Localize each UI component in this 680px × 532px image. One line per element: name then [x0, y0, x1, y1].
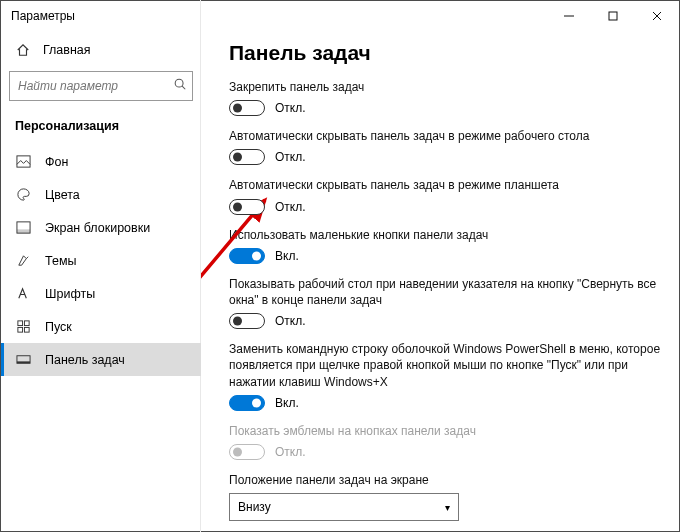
page-title: Панель задач — [229, 41, 661, 65]
close-button[interactable] — [635, 1, 679, 31]
theme-icon — [15, 253, 31, 268]
sidebar-item-label: Экран блокировки — [45, 221, 150, 235]
setting-label: Закрепить панель задач — [229, 79, 661, 95]
toggle-powershell[interactable] — [229, 395, 265, 411]
window-title: Параметры — [11, 9, 75, 23]
nav-header: Персонализация — [1, 111, 201, 145]
svg-rect-5 — [17, 321, 22, 326]
titlebar: Параметры — [1, 1, 679, 31]
picture-icon — [15, 154, 31, 169]
sidebar-item-lockscreen[interactable]: Экран блокировки — [1, 211, 201, 244]
setting-label: Показывать рабочий стол при наведении ук… — [229, 276, 661, 308]
svg-rect-10 — [16, 361, 29, 363]
setting-label: Положение панели задач на экране — [229, 472, 661, 488]
svg-rect-0 — [609, 12, 617, 20]
toggle-state: Откл. — [275, 150, 306, 164]
close-icon — [652, 11, 662, 21]
svg-point-1 — [175, 79, 183, 87]
sidebar-item-background[interactable]: Фон — [1, 145, 201, 178]
sidebar-item-fonts[interactable]: Шрифты — [1, 277, 201, 310]
select-value: Внизу — [238, 500, 271, 514]
setting-lock: Закрепить панель задач Откл. — [229, 79, 661, 116]
setting-location: Положение панели задач на экране Внизу ▾ — [229, 472, 661, 521]
setting-label: Показать эмблемы на кнопках панели задач — [229, 423, 661, 439]
lockscreen-icon — [15, 220, 31, 235]
taskbar-icon — [15, 352, 31, 367]
toggle-state: Вкл. — [275, 249, 299, 263]
home-label: Главная — [43, 43, 91, 57]
maximize-button[interactable] — [591, 1, 635, 31]
sidebar-item-label: Пуск — [45, 320, 72, 334]
svg-rect-6 — [24, 321, 29, 326]
toggle-peek[interactable] — [229, 313, 265, 329]
sidebar-item-label: Цвета — [45, 188, 80, 202]
search-input[interactable] — [9, 71, 193, 101]
toggle-state: Откл. — [275, 200, 306, 214]
svg-rect-7 — [17, 327, 22, 332]
toggle-state: Откл. — [275, 445, 306, 459]
svg-rect-2 — [16, 156, 29, 167]
sidebar-item-start[interactable]: Пуск — [1, 310, 201, 343]
setting-label: Автоматически скрывать панель задач в ре… — [229, 177, 661, 193]
select-location[interactable]: Внизу ▾ — [229, 493, 459, 521]
minimize-button[interactable] — [547, 1, 591, 31]
font-icon — [15, 286, 31, 301]
content-area: Панель задач Закрепить панель задач Откл… — [201, 31, 679, 531]
sidebar-item-label: Шрифты — [45, 287, 95, 301]
window-controls — [547, 1, 679, 31]
toggle-state: Откл. — [275, 314, 306, 328]
setting-label: Заменить командную строку оболочкой Wind… — [229, 341, 661, 390]
search-wrap — [9, 71, 193, 101]
setting-hide-tablet: Автоматически скрывать панель задач в ре… — [229, 177, 661, 214]
home-icon — [15, 43, 31, 57]
settings-window: Параметры Главная — [0, 0, 680, 532]
chevron-down-icon: ▾ — [445, 502, 450, 513]
sidebar-item-label: Темы — [45, 254, 76, 268]
toggle-hide-desktop[interactable] — [229, 149, 265, 165]
setting-small-buttons: Использовать маленькие кнопки панели зад… — [229, 227, 661, 264]
start-icon — [15, 319, 31, 334]
home-link[interactable]: Главная — [1, 35, 201, 65]
sidebar-item-taskbar[interactable]: Панель задач — [1, 343, 201, 376]
svg-rect-4 — [16, 229, 29, 233]
maximize-icon — [608, 11, 618, 21]
search-icon — [173, 77, 187, 95]
toggle-badges — [229, 444, 265, 460]
setting-peek: Показывать рабочий стол при наведении ук… — [229, 276, 661, 329]
toggle-hide-tablet[interactable] — [229, 199, 265, 215]
toggle-lock[interactable] — [229, 100, 265, 116]
setting-label: Автоматически скрывать панель задач в ре… — [229, 128, 661, 144]
setting-powershell: Заменить командную строку оболочкой Wind… — [229, 341, 661, 411]
sidebar: Главная Персонализация Фон Цве — [1, 31, 201, 531]
setting-hide-desktop: Автоматически скрывать панель задач в ре… — [229, 128, 661, 165]
nav-list: Фон Цвета Экран блокировки Темы Шрифты — [1, 145, 201, 376]
sidebar-item-themes[interactable]: Темы — [1, 244, 201, 277]
setting-label: Использовать маленькие кнопки панели зад… — [229, 227, 661, 243]
setting-badges: Показать эмблемы на кнопках панели задач… — [229, 423, 661, 460]
svg-rect-8 — [24, 327, 29, 332]
toggle-state: Откл. — [275, 101, 306, 115]
sidebar-item-label: Панель задач — [45, 353, 125, 367]
toggle-state: Вкл. — [275, 396, 299, 410]
sidebar-item-colors[interactable]: Цвета — [1, 178, 201, 211]
toggle-small-buttons[interactable] — [229, 248, 265, 264]
window-body: Главная Персонализация Фон Цве — [1, 31, 679, 531]
minimize-icon — [564, 11, 574, 21]
palette-icon — [15, 187, 31, 202]
sidebar-item-label: Фон — [45, 155, 68, 169]
